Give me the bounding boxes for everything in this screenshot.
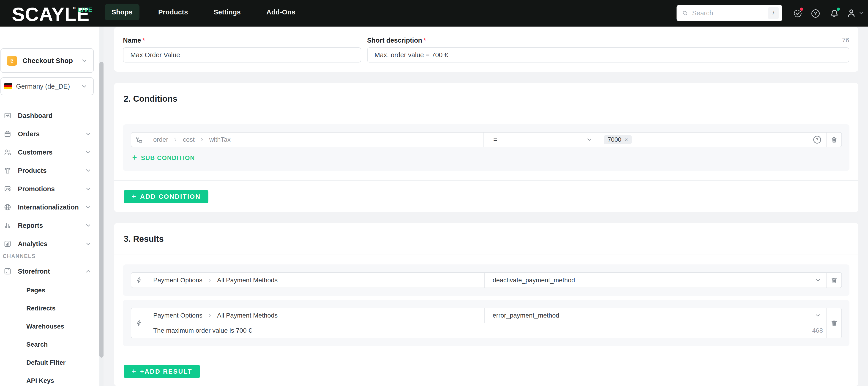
tab-shops[interactable]: Shops <box>105 4 140 20</box>
sidebar-item-warehouses[interactable]: Warehouses <box>0 317 98 335</box>
character-counter: 468 <box>812 327 826 334</box>
chevron-right-icon <box>173 137 178 142</box>
results-card: 3. Results Payment Options All Payment M… <box>114 223 858 386</box>
sidebar-item-customers[interactable]: Customers <box>0 143 98 161</box>
result-action-select[interactable]: error_payment_method <box>485 308 826 323</box>
status-alert-dot <box>799 7 804 11</box>
condition-row: order cost withTax = 7000 × ? <box>131 132 842 147</box>
condition-group: order cost withTax = 7000 × ? <box>123 124 849 171</box>
sidebar-item-search[interactable]: Search <box>0 335 98 353</box>
sidebar-item-internationalization[interactable]: Internationalization <box>0 198 98 216</box>
germany-flag-icon <box>4 83 12 89</box>
search-icon <box>682 10 688 17</box>
name-field[interactable] <box>123 47 361 63</box>
locale-selector[interactable]: Germany (de_DE) <box>0 77 94 95</box>
delete-condition-button[interactable] <box>826 133 841 147</box>
plus-icon: + <box>131 367 136 376</box>
chevron-down-icon <box>85 186 92 192</box>
sidebar-item-analytics[interactable]: Analytics <box>0 235 98 253</box>
add-result-button[interactable]: + +ADD RESULT <box>124 365 200 378</box>
delete-result-button[interactable] <box>826 308 841 338</box>
storefront-submenu: Pages Redirects Warehouses Search Defaul… <box>0 281 98 386</box>
conditions-card: 2. Conditions order cost withTax = <box>114 83 858 212</box>
sidebar-item-default-filter[interactable]: Default Filter <box>0 353 98 372</box>
name-label: Name* <box>123 37 145 44</box>
notifications-bell-icon[interactable] <box>829 8 840 19</box>
condition-operator-select[interactable]: = <box>484 133 600 147</box>
tab-products[interactable]: Products <box>151 4 195 20</box>
sidebar-scrollbar-track <box>99 27 103 386</box>
plus-icon: + <box>131 192 136 201</box>
chevron-down-icon <box>85 222 92 229</box>
help-icon[interactable]: ? <box>810 8 821 19</box>
sidebar: Checkout Shop Germany (de_DE) Dashboard … <box>0 27 103 386</box>
promotions-icon <box>4 185 11 193</box>
sidebar-item-redirects[interactable]: Redirects <box>0 299 98 317</box>
chevron-right-icon <box>199 137 205 142</box>
chevron-down-icon <box>586 136 592 143</box>
chevron-down-icon <box>85 130 92 137</box>
dashboard-icon <box>4 112 11 120</box>
chevron-right-icon <box>207 313 213 318</box>
storefront-icon <box>4 267 11 275</box>
trash-icon <box>831 277 838 284</box>
live-badge: LIVE <box>78 6 93 13</box>
sidebar-item-dashboard[interactable]: Dashboard <box>0 106 98 125</box>
result-row: Payment Options All Payment Methods deac… <box>131 272 842 288</box>
chevron-down-icon <box>81 83 88 90</box>
top-header: SCAYLE ° LIVE Shops Products Settings Ad… <box>0 0 868 27</box>
result-row: Payment Options All Payment Methods erro… <box>131 308 842 339</box>
system-status-icon[interactable] <box>792 8 803 19</box>
search-input[interactable] <box>692 9 768 17</box>
top-navigation: Shops Products Settings Add-Ons <box>105 4 302 20</box>
globe-icon <box>4 203 11 211</box>
condition-value-field[interactable]: 7000 × ? <box>600 133 826 147</box>
chevron-down-icon <box>858 10 864 16</box>
sidebar-item-storefront[interactable]: Storefront <box>0 262 98 281</box>
chevron-down-icon <box>85 149 92 156</box>
result-action-select[interactable]: deactivate_payment_method <box>485 273 826 288</box>
user-menu[interactable] <box>846 8 864 18</box>
short-description-field[interactable] <box>367 47 849 63</box>
delete-result-button[interactable] <box>826 273 841 288</box>
tab-add-ons[interactable]: Add-Ons <box>259 4 302 20</box>
sidebar-item-pages[interactable]: Pages <box>0 281 98 299</box>
global-search[interactable]: / <box>677 5 782 21</box>
sidebar-menu: Dashboard Orders Customers Products <box>0 106 98 253</box>
shop-selector[interactable]: Checkout Shop <box>0 48 94 73</box>
lightning-icon <box>131 308 147 338</box>
add-sub-condition-link[interactable]: + SUB CONDITION <box>132 154 195 162</box>
sidebar-item-api-keys[interactable]: API Keys <box>0 372 98 386</box>
chevron-up-icon <box>85 268 92 275</box>
sidebar-scrollbar-thumb[interactable] <box>99 62 103 358</box>
result-target-select[interactable]: Payment Options All Payment Methods <box>147 273 485 288</box>
lightning-icon <box>131 273 147 288</box>
chevron-right-icon <box>207 278 213 283</box>
result-group: Payment Options All Payment Methods erro… <box>123 300 849 346</box>
divider <box>114 181 858 181</box>
sidebar-item-products[interactable]: Products <box>0 161 98 180</box>
shop-selector-label: Checkout Shop <box>23 57 73 65</box>
value-tag[interactable]: 7000 × <box>604 135 632 144</box>
condition-attribute-select[interactable]: order cost withTax <box>147 133 484 147</box>
result-target-select[interactable]: Payment Options All Payment Methods <box>147 308 485 323</box>
tab-settings[interactable]: Settings <box>207 4 248 20</box>
help-icon[interactable]: ? <box>813 136 821 143</box>
chevron-down-icon <box>85 167 92 174</box>
locale-selector-label: Germany (de_DE) <box>16 83 70 90</box>
add-condition-button[interactable]: + ADD CONDITION <box>124 190 209 203</box>
result-message-field[interactable]: The maximum order value is 700 € <box>147 327 812 334</box>
divider <box>114 354 858 354</box>
required-asterisk: * <box>424 37 426 44</box>
sidebar-divider <box>0 39 98 39</box>
remove-tag-icon[interactable]: × <box>624 136 628 143</box>
trash-icon <box>831 319 838 327</box>
required-asterisk: * <box>143 37 145 44</box>
logo-degree-mark: ° <box>72 5 76 15</box>
short-description-label: Short description* <box>367 37 426 44</box>
sidebar-item-reports[interactable]: Reports <box>0 216 98 235</box>
chevron-down-icon <box>85 240 92 247</box>
sidebar-item-orders[interactable]: Orders <box>0 125 98 143</box>
sidebar-item-promotions[interactable]: Promotions <box>0 180 98 198</box>
orders-icon <box>4 130 11 138</box>
